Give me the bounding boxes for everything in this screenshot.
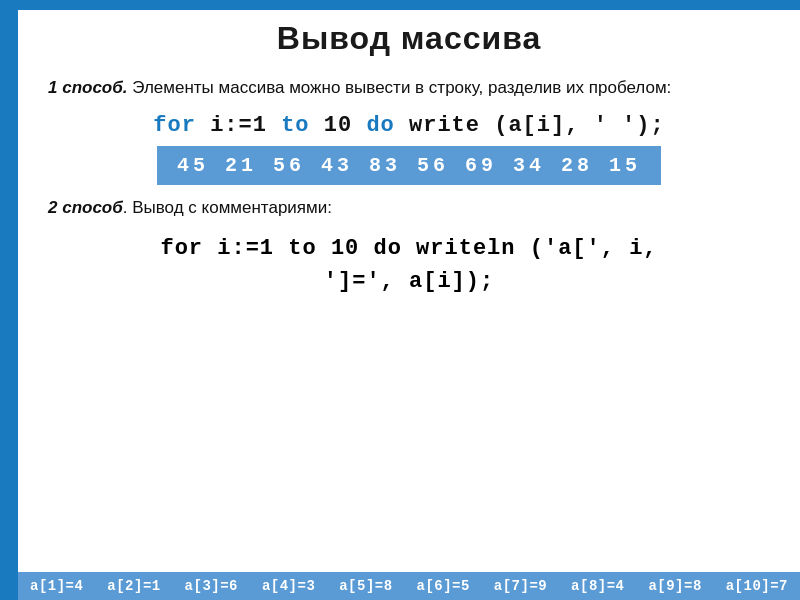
code1-middle: i:=1 [196,113,281,138]
section2-text: 2 способ. Вывод с комментариями: [48,195,770,221]
page-title: Вывод массива [48,20,770,57]
bottom-bar-item: a[4]=3 [262,578,315,594]
bottom-bar-item: a[8]=4 [571,578,624,594]
bottom-bar-item: a[1]=4 [30,578,83,594]
code2-middle2: 10 [317,236,374,261]
section1-label: 1 способ. [48,78,128,97]
code-block-2: for i:=1 to 10 do writeln ('a[', i, ']='… [48,232,770,298]
bottom-bar-item: a[5]=8 [339,578,392,594]
blue-bar-top [18,0,800,10]
array-display: 45 21 56 43 83 56 69 34 28 15 [157,146,661,185]
bottom-bar-item: a[7]=9 [494,578,547,594]
bottom-bar-item: a[3]=6 [185,578,238,594]
code-line-1: for i:=1 to 10 do write (a[i], ' '); [48,113,770,138]
section2-label: 2 способ [48,198,123,217]
section1-body: Элементы массива можно вывести в строку,… [128,78,672,97]
keyword-for-1: for [153,113,196,138]
section2-body: . Вывод с комментариями: [123,198,332,217]
section1-text: 1 способ. Элементы массива можно вывести… [48,75,770,101]
bottom-bar: a[1]=4a[2]=1a[3]=6a[4]=3a[5]=8a[6]=5a[7]… [18,572,800,600]
keyword-do-1: do [366,113,394,138]
blue-bar-left [0,0,18,600]
bottom-bar-item: a[10]=7 [726,578,788,594]
code1-rest: write (a[i], ' '); [395,113,665,138]
bottom-bar-item: a[2]=1 [107,578,160,594]
code2-rest2: ']=', a[i]); [324,269,494,294]
keyword-to-2: to [288,236,316,261]
keyword-do-2: do [374,236,402,261]
keyword-to-1: to [281,113,309,138]
keyword-for-2: for [160,236,203,261]
bottom-bar-item: a[9]=8 [648,578,701,594]
code2-middle1: i:=1 [203,236,288,261]
code1-middle2: 10 [310,113,367,138]
main-content: Вывод массива 1 способ. Элементы массива… [18,10,800,600]
code2-rest1: writeln ('a[', i, [402,236,658,261]
bottom-bar-item: a[6]=5 [416,578,469,594]
